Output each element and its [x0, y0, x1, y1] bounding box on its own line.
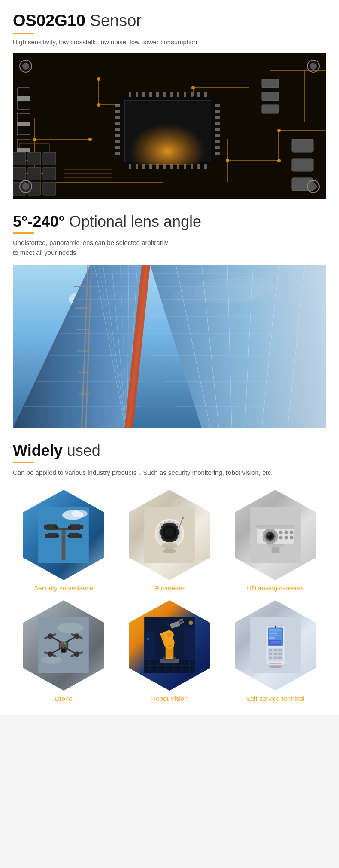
- svg-rect-49: [215, 146, 220, 149]
- product-robot: Robot Vision: [122, 600, 217, 702]
- svg-rect-35: [115, 116, 120, 119]
- widely-underline: [13, 462, 34, 463]
- svg-rect-47: [215, 134, 220, 137]
- sensor-title-normal: Sensor: [85, 12, 142, 30]
- sensor-section: OS02G10 Sensor High sensitivity, low cro…: [0, 0, 339, 199]
- svg-point-191: [176, 523, 179, 526]
- svg-rect-161: [13, 265, 326, 428]
- svg-point-194: [178, 535, 180, 538]
- svg-point-19: [97, 77, 100, 81]
- product-label-terminal: Self-service terminal: [246, 695, 305, 702]
- svg-point-207: [268, 534, 269, 536]
- svg-rect-41: [115, 152, 120, 155]
- svg-rect-90: [43, 152, 56, 165]
- svg-rect-83: [262, 92, 279, 101]
- hex-container-hd: [235, 490, 316, 580]
- svg-point-270: [147, 637, 149, 640]
- svg-point-23: [88, 138, 92, 141]
- svg-rect-214: [267, 544, 283, 547]
- lens-subtitle: Undistorted, panoramic lens can be selec…: [13, 238, 326, 257]
- svg-rect-43: [215, 110, 220, 113]
- svg-point-263: [167, 632, 172, 637]
- product-label-ip: IP cameras: [153, 584, 186, 592]
- svg-point-108: [310, 63, 317, 70]
- svg-point-190: [172, 521, 175, 523]
- sensor-image: [13, 53, 326, 199]
- svg-point-296: [275, 626, 275, 627]
- svg-rect-281: [270, 641, 281, 643]
- product-terminal: Self-service terminal: [228, 600, 323, 702]
- hex-container-robot: [129, 600, 210, 691]
- sensor-title-bold: OS02G10: [13, 12, 85, 30]
- hex-drone: [23, 600, 104, 691]
- svg-point-193: [159, 535, 161, 538]
- svg-rect-289: [269, 656, 272, 659]
- svg-point-187: [160, 523, 163, 526]
- svg-point-26: [277, 129, 281, 132]
- svg-point-22: [33, 138, 36, 141]
- svg-rect-294: [270, 666, 281, 668]
- lens-image: [13, 265, 326, 428]
- svg-rect-87: [292, 178, 313, 191]
- svg-rect-75: [120, 96, 215, 165]
- product-label-hd: HD analog cameras: [247, 584, 304, 592]
- svg-rect-267: [144, 631, 155, 660]
- widely-title: Widely used: [13, 442, 326, 459]
- svg-point-27: [191, 86, 195, 89]
- svg-rect-283: [269, 649, 272, 651]
- hex-container-ip: [129, 490, 210, 580]
- svg-point-185: [165, 528, 174, 537]
- widely-subtitle: Can be applied to various industry produ…: [13, 468, 326, 478]
- svg-rect-33: [115, 104, 120, 107]
- svg-point-208: [279, 530, 283, 534]
- lens-degree: 5°-240°: [13, 213, 65, 230]
- svg-rect-42: [215, 104, 220, 107]
- svg-rect-37: [115, 128, 120, 131]
- svg-rect-93: [43, 167, 56, 180]
- svg-rect-277: [269, 633, 277, 634]
- svg-rect-222: [60, 642, 68, 648]
- svg-point-173: [57, 535, 59, 537]
- lens-underline: [13, 232, 34, 234]
- svg-rect-95: [28, 182, 41, 195]
- svg-rect-166: [44, 525, 47, 529]
- svg-rect-77: [17, 96, 30, 101]
- svg-point-178: [72, 510, 88, 517]
- hex-ip: [129, 490, 210, 580]
- product-label-robot: Robot Vision: [151, 695, 188, 702]
- product-drone: Drone: [16, 600, 111, 702]
- svg-rect-288: [278, 653, 282, 655]
- svg-point-170: [68, 526, 71, 529]
- svg-rect-174: [69, 533, 79, 538]
- svg-rect-39: [115, 140, 120, 143]
- page-wrapper: OS02G10 Sensor High sensitivity, low cro…: [0, 0, 339, 715]
- svg-point-20: [97, 103, 100, 107]
- svg-rect-96: [43, 182, 56, 195]
- svg-rect-40: [115, 146, 120, 149]
- svg-rect-46: [215, 128, 220, 131]
- svg-rect-88: [13, 152, 26, 165]
- svg-rect-292: [269, 663, 281, 664]
- svg-point-219: [57, 623, 84, 633]
- svg-rect-44: [215, 116, 220, 119]
- svg-rect-278: [269, 635, 281, 636]
- svg-rect-217: [255, 525, 295, 527]
- hex-security: [23, 490, 104, 580]
- svg-rect-215: [271, 547, 279, 553]
- title-underline: [13, 33, 34, 34]
- svg-rect-84: [262, 105, 279, 113]
- svg-point-176: [68, 535, 70, 537]
- lens-title-normal: Optional lens angle: [65, 213, 201, 230]
- svg-point-269: [189, 620, 193, 625]
- hex-container-drone: [23, 600, 104, 691]
- widely-section: Widely used Can be applied to various in…: [0, 428, 339, 715]
- svg-rect-91: [13, 167, 26, 180]
- svg-rect-36: [115, 122, 120, 125]
- svg-point-197: [163, 549, 176, 553]
- svg-point-220: [41, 656, 63, 664]
- svg-rect-169: [80, 525, 83, 529]
- svg-rect-276: [269, 629, 281, 631]
- sensor-title: OS02G10 Sensor: [13, 12, 326, 30]
- widely-normal: used: [63, 442, 100, 459]
- svg-rect-268: [184, 626, 195, 660]
